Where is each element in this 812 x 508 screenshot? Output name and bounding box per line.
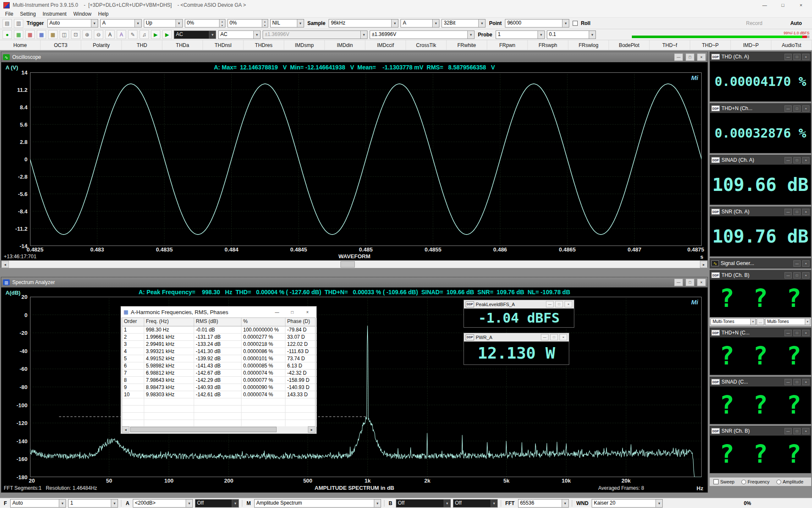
probe-b-select[interactable]: 0.1▾ — [547, 30, 596, 39]
harmonics-row[interactable]: 54.99152 kHz-139.92 dB0.0000101 %73.74 D — [122, 355, 315, 362]
window-function-select[interactable]: Kaiser 20▾ — [592, 499, 663, 508]
app-minimize-button[interactable]: — — [757, 3, 772, 8]
frequency-radio[interactable]: Frequency — [741, 479, 770, 484]
harmonics-row[interactable]: 87.98643 kHz-142.29 dB0.0000077 %-158.99… — [122, 377, 315, 384]
tab-thd[interactable]: THD — [122, 40, 162, 50]
scroll-track[interactable] — [9, 261, 700, 268]
run-stop-icon[interactable]: ● — [3, 30, 12, 39]
panel-minimize-button[interactable]: — — [785, 157, 792, 163]
zoom-out-icon[interactable]: ⊖ — [94, 30, 103, 39]
roll-checkbox[interactable]: Roll — [573, 20, 592, 26]
panel-minimize-button[interactable]: — — [785, 428, 792, 434]
radio-icon[interactable] — [776, 480, 781, 484]
spectrum-restore-button[interactable]: □ — [686, 279, 694, 286]
panel-maximize-button[interactable]: □ — [793, 428, 801, 434]
tab-imdccif[interactable]: IMDccif — [365, 40, 406, 50]
trigger-level-spin[interactable]: 0%▴▾ — [185, 19, 225, 28]
trigger-mode-select[interactable]: Auto▾ — [47, 19, 98, 28]
panel-minimize-button[interactable]: — — [785, 330, 792, 336]
scroll-thumb[interactable] — [130, 427, 277, 432]
peak-close-button[interactable]: × — [565, 301, 572, 307]
power-close-button[interactable]: × — [560, 334, 567, 340]
harmonics-row[interactable]: 109.98303 kHz-142.61 dB0.0000074 %143.33… — [122, 391, 315, 398]
panel-titlebar-snr-ch-a[interactable]: DDPSNR (Ch. A)—□× — [710, 207, 811, 216]
panel-minimize-button[interactable]: — — [785, 105, 792, 112]
harmonics-dialog-titlebar[interactable]: ▦ A-Harmonic Frequencies, RMS, Phases — … — [121, 306, 316, 318]
label-a-icon[interactable]: A — [117, 30, 126, 39]
panel-close-button[interactable]: × — [802, 330, 809, 336]
tab-frswph[interactable]: FRswph — [528, 40, 568, 50]
multitone-b-select[interactable]: Multi-Tones▾ — [765, 318, 810, 325]
b-filter-select[interactable]: Off▾ — [396, 499, 451, 508]
harmonics-row[interactable]: 65.98982 kHz-141.43 dB0.0000085 %6.13 D — [122, 362, 315, 370]
sweep-checkbox[interactable]: Sweep — [713, 479, 735, 484]
dialog-minimize-button[interactable]: — — [271, 308, 283, 316]
tab-thda[interactable]: THDa — [162, 40, 203, 50]
range-a-select[interactable]: ±1.36996V▾ — [263, 30, 368, 39]
panel-close-button[interactable]: × — [802, 428, 809, 434]
panel-minimize-button[interactable]: — — [793, 260, 801, 267]
screenshot-icon[interactable]: ⊡ — [71, 30, 80, 39]
panel-maximize-button[interactable]: □ — [793, 379, 801, 385]
spectrum-close-button[interactable]: × — [697, 279, 706, 286]
app-close-button[interactable]: × — [793, 3, 809, 8]
panel-titlebar-thd-n-c[interactable]: DDPTHD+N (C...—□× — [710, 328, 811, 337]
spectrum-minimize-button[interactable]: — — [674, 279, 683, 286]
power-maximize-button[interactable]: □ — [550, 334, 558, 340]
oscilloscope-restore-button[interactable]: □ — [686, 53, 694, 61]
menu-setting[interactable]: Setting — [16, 11, 39, 17]
peak-maximize-button[interactable]: □ — [555, 301, 563, 307]
dialog-close-button[interactable]: × — [301, 308, 314, 316]
menu-instrument[interactable]: Instrument — [39, 11, 70, 17]
zoom-in-icon[interactable]: ⊕ — [82, 30, 92, 39]
panel-minimize-button[interactable]: — — [785, 54, 792, 60]
sound-output-icon[interactable]: ♫ — [140, 30, 149, 39]
spectrum-titlebar[interactable]: ▥ Spectrum Analyzer — □ × — [1, 277, 708, 287]
panel-maximize-button[interactable]: □ — [793, 209, 801, 215]
dialog-maximize-button[interactable]: □ — [286, 308, 299, 316]
harmonics-row[interactable]: 1998.30 Hz-0.01 dB100.0000000 %-79.84 D — [122, 326, 315, 334]
menu-file[interactable]: File — [2, 11, 16, 17]
panel-titlebar-thd-ch-b[interactable]: DDPTHD (Ch. B)—□× — [710, 271, 811, 280]
sample-rate-select[interactable]: 96kHz▾ — [329, 19, 398, 28]
amplitude-radio[interactable]: Amplitude — [776, 479, 804, 484]
scroll-thumb[interactable] — [340, 261, 355, 268]
spectrum-panel-icon[interactable]: ▦ — [25, 30, 35, 39]
power-titlebar[interactable]: DDP PWR_A — □ × — [464, 333, 569, 342]
tab-crosstlk[interactable]: CrossTlk — [406, 40, 447, 50]
panel-titlebar-sinad-ch-a[interactable]: DDPSINAD (Ch. A)—□× — [710, 155, 811, 165]
panel-titlebar-signal-gener[interactable]: ∿Signal Gener...—× — [710, 259, 811, 268]
spin-down-icon[interactable]: ▾ — [219, 23, 225, 27]
spin-up-icon[interactable]: ▴ — [219, 19, 225, 23]
spectrum-3d-panel-icon[interactable]: ▦ — [48, 30, 58, 39]
checkbox-icon[interactable] — [573, 21, 578, 26]
coupling-b-select[interactable]: AC▾ — [218, 30, 261, 39]
panel-close-button[interactable]: × — [802, 260, 809, 267]
panel-maximize-button[interactable]: □ — [793, 272, 801, 279]
spin-down-icon[interactable]: ▾ — [262, 23, 268, 27]
panel-maximize-button[interactable]: □ — [793, 54, 801, 60]
menu-help[interactable]: Help — [95, 11, 112, 17]
play-channel-b-icon[interactable]: ▶ — [162, 30, 172, 39]
trigger-coupling-select[interactable]: NIL▾ — [270, 19, 304, 28]
view-select[interactable]: Amplitude Spectrum▾ — [254, 499, 381, 508]
tab-bodeplot[interactable]: BodePlot — [609, 40, 650, 50]
multitone-a-select[interactable]: Multi-Tones▾ — [710, 318, 756, 325]
a-range-select[interactable]: <200dB>▾ — [133, 499, 193, 508]
spin-up-icon[interactable]: ▴ — [262, 19, 268, 23]
trigger-edge-select[interactable]: Up▾ — [144, 19, 183, 28]
show-layout-icon[interactable]: ▥ — [14, 19, 23, 28]
tab-imddin[interactable]: IMDdin — [325, 40, 365, 50]
oscilloscope-panel-icon[interactable]: ▦ — [14, 30, 23, 39]
f-mode-select[interactable]: Auto▾ — [10, 499, 66, 508]
panel-minimize-button[interactable]: — — [785, 209, 792, 215]
scroll-track[interactable] — [129, 426, 308, 433]
panel-close-button[interactable]: × — [802, 209, 809, 215]
lock-scale-a-icon[interactable]: A — [105, 30, 115, 39]
peak-level-titlebar[interactable]: DDP PeakLeveldBFS_A — □ × — [464, 300, 574, 309]
panel-close-button[interactable]: × — [802, 105, 809, 112]
panel-titlebar-thd-n-ch[interactable]: DDPTHD+N (Ch...—□× — [710, 104, 811, 113]
play-channel-a-icon[interactable]: ▶ — [151, 30, 160, 39]
panel-maximize-button[interactable]: □ — [793, 330, 801, 336]
scroll-left-icon[interactable]: ◂ — [1, 261, 9, 268]
